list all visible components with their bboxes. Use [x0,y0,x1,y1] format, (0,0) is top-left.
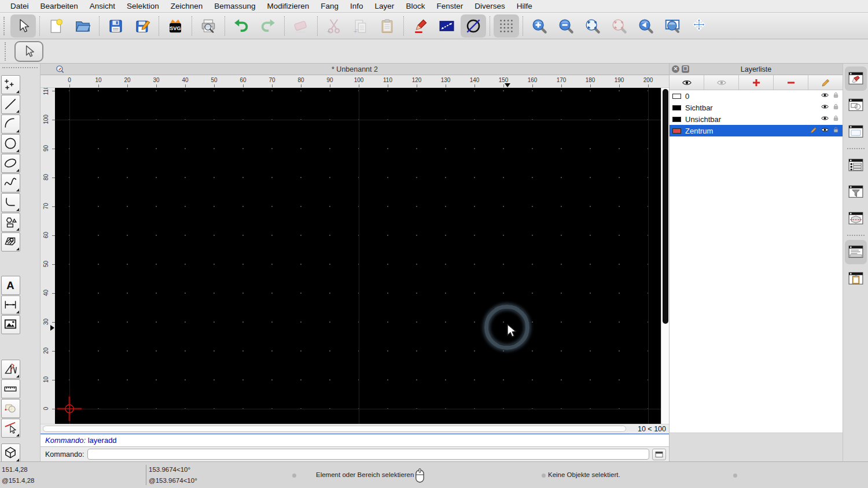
zoom-previous-button[interactable] [633,14,659,38]
copy-button[interactable]: + [348,14,373,38]
hide-all-layers-button[interactable] [704,75,739,90]
menu-bearbeiten[interactable]: Bearbeiten [35,0,84,13]
horizontal-scrollbar[interactable]: 10 < 100 [41,424,669,434]
panel-toggle-selection-filter[interactable] [845,180,867,204]
save-button[interactable] [103,14,128,38]
print-preview-button[interactable] [196,14,221,38]
edit-layer-button[interactable] [808,75,843,90]
selection-tool-option-button[interactable] [14,41,43,62]
command-input[interactable] [87,449,649,460]
panel-toggle-property-editor[interactable] [845,66,867,91]
command-line-toggle-button[interactable] [652,449,666,460]
layer-row-unsichtbar[interactable]: Unsichtbar [670,113,843,125]
tool-image-button[interactable] [1,315,20,334]
menu-datei[interactable]: Datei [5,0,35,13]
vertical-scrollbar[interactable] [661,88,669,424]
tool-hatch-button[interactable] [1,232,20,252]
svg-text:+: + [354,28,357,34]
tool-dimension-button[interactable] [1,295,20,315]
flyout-indicator [16,375,19,378]
tool-polyline-button[interactable] [1,193,20,212]
tool-measure-button[interactable] [1,379,20,398]
drawing-canvas[interactable] [55,88,661,424]
panel-toggle-blocks[interactable] [845,93,867,117]
zoom-selection-button[interactable] [606,14,632,38]
toggle-grid-button[interactable] [494,14,519,38]
save-as-button[interactable] [130,14,155,38]
drawing-preferences-button[interactable] [407,14,433,38]
tool-solid-button[interactable] [1,443,20,463]
panel-toggle-report[interactable] [845,267,867,291]
menu-fenster[interactable]: Fenster [431,0,469,13]
tool-edit-button[interactable] [1,419,20,438]
remove-layer-button[interactable] [774,75,808,90]
h-ruler-label: 190 [615,77,624,83]
layer-row-sichtbar[interactable]: Sichtbar [670,102,843,113]
win-list-icon [847,157,865,174]
toolbar-separator [490,16,490,36]
tool-points-button[interactable] [1,75,20,94]
delete-button[interactable] [288,14,314,38]
zoom-previous-icon [637,17,654,35]
svg-export-button[interactable]: SVG [163,14,188,38]
panel-toggle-layer-list[interactable] [845,153,867,178]
document-titlebar: * Unbenannt 2 [41,64,669,75]
cut-button[interactable]: + [321,14,347,38]
palette-gap [1,271,39,275]
layer-color-swatch [672,117,681,122]
horizontal-scrollbar-thumb[interactable] [43,426,626,432]
tool-shapes-button[interactable] [1,213,20,232]
menu-fang[interactable]: Fang [315,0,344,13]
vertical-scrollbar-thumb[interactable] [663,89,668,324]
pan-button[interactable] [686,14,712,38]
undo-button[interactable] [229,14,254,38]
measure-distance-button[interactable] [434,14,459,38]
zoom-window-button[interactable] [660,14,685,38]
tool-circle-button[interactable] [1,134,20,153]
redo-button[interactable] [255,14,281,38]
zoom-in-button[interactable] [527,14,552,38]
menu-diverses[interactable]: Diverses [469,0,511,13]
h-ruler-tick [98,84,99,87]
eye-icon [821,91,829,99]
menu-selektion[interactable]: Selektion [121,0,165,13]
add-layer-button[interactable] [739,75,774,90]
panel-toggle-block-list[interactable] [845,206,867,231]
panel-toggle-separator [847,148,865,149]
menu-info[interactable]: Info [344,0,369,13]
tool-modify-button[interactable] [1,399,20,418]
tool-arc-button[interactable] [1,114,20,134]
paste-button[interactable] [374,14,400,38]
menu-layer[interactable]: Layer [369,0,400,13]
menu-block[interactable]: Block [400,0,431,13]
new-file-button[interactable] [43,14,69,38]
select-tool-button[interactable] [10,14,36,38]
menu-ansicht[interactable]: Ansicht [84,0,121,13]
menu-modifizieren[interactable]: Modifizieren [262,0,315,13]
show-all-layers-button[interactable] [670,75,704,90]
v-ruler-label: 60 [43,228,49,242]
construction-mode-button[interactable] [461,14,486,38]
tool-line-button[interactable] [1,95,20,114]
h-ruler-label: 60 [240,77,246,83]
tool-spline-button[interactable] [1,173,20,193]
layer-row-zentrum[interactable]: Zentrum [670,125,843,136]
v-ruler-label: 50 [43,257,49,271]
tool-misc-button[interactable] [1,360,20,379]
v-ruler-label: 0 [43,402,49,416]
menu-hilfe[interactable]: Hilfe [511,0,538,13]
menu-bemassung[interactable]: Bemassung [208,0,261,13]
flyout-indicator [16,90,19,93]
layer-row-0[interactable]: 0 [670,90,843,102]
tool-ellipse-button[interactable] [1,154,20,173]
tool-text-button[interactable]: A [1,276,20,295]
h-ruler-label: 80 [297,77,304,83]
open-file-button[interactable] [70,14,95,38]
menu-zeichnen[interactable]: Zeichnen [165,0,209,13]
h-ruler-tick [619,84,620,87]
zoom-auto-button[interactable] [580,14,605,38]
h-ruler-tick [503,84,504,87]
zoom-out-button[interactable] [553,14,579,38]
panel-toggle-library-browser[interactable] [845,120,867,144]
panel-toggle-command-line[interactable] [845,240,867,264]
